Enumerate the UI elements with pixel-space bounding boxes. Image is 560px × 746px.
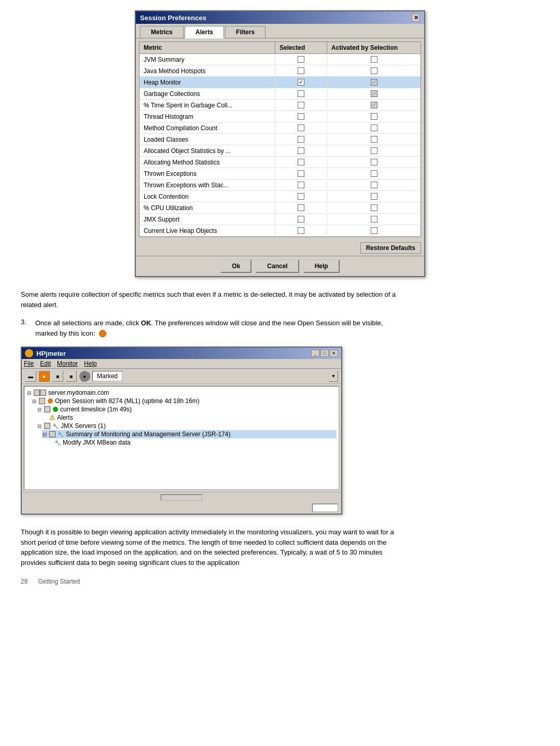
toolbar-btn-3[interactable]: ■ xyxy=(52,370,63,382)
selected-cell[interactable] xyxy=(275,89,327,98)
toolbar-btn-4[interactable]: ■ xyxy=(65,370,77,382)
table-row[interactable]: Method Compilation Count xyxy=(139,122,421,134)
selected-cell[interactable] xyxy=(275,78,327,87)
selected-cell[interactable] xyxy=(275,101,327,109)
table-row[interactable]: % Time Spent in Garbage Coll... xyxy=(139,100,421,111)
horizontal-scrollbar[interactable] xyxy=(161,494,202,501)
window-buttons: _ □ ✕ xyxy=(311,350,338,357)
table-row[interactable]: Thrown Exceptions with Stac... xyxy=(139,179,421,191)
hpj-title-text: HPjmeter xyxy=(36,350,66,357)
table-row[interactable]: Garbage Collections xyxy=(139,88,421,100)
selected-cell[interactable] xyxy=(275,215,327,224)
bottom-text: Though it is possible to begin viewing a… xyxy=(21,527,404,568)
selected-cell[interactable] xyxy=(275,226,327,235)
restore-defaults-button[interactable]: Restore Defaults xyxy=(360,242,421,254)
jmx-icon-wrench: 🔧 xyxy=(52,423,59,429)
dialog-titlebar: Session Preferences ✕ xyxy=(136,11,424,24)
tree-timeslice-node[interactable]: ⊟ current timeslice (1m 49s) xyxy=(37,405,337,413)
selected-cell[interactable] xyxy=(275,55,327,64)
activated-cell xyxy=(327,135,421,144)
table-row[interactable]: Lock Contention xyxy=(139,191,421,202)
menu-help[interactable]: Help xyxy=(84,360,97,367)
modify-label: Modify JMX MBean data xyxy=(63,439,131,446)
metric-cell: % Time Spent in Garbage Coll... xyxy=(139,101,275,110)
activated-cell xyxy=(327,169,421,178)
activated-cell xyxy=(327,55,421,64)
activated-cell xyxy=(327,226,421,235)
toolbar-marked-label: Marked xyxy=(92,371,122,381)
hpj-title-left: HPjmeter xyxy=(25,349,66,357)
toolbar-btn-5[interactable]: ● xyxy=(79,370,90,382)
page-footer: 28 Getting Started xyxy=(21,578,539,585)
header-metric: Metric xyxy=(139,42,275,53)
help-button[interactable]: Help xyxy=(303,259,340,273)
selected-cell[interactable] xyxy=(275,192,327,201)
tree-server-node[interactable]: ⊟ server.mydomain.com xyxy=(26,389,337,397)
table-row[interactable]: Thrown Exceptions xyxy=(139,168,421,179)
metric-cell: Loaded Classes xyxy=(139,135,275,144)
toolbar-dropdown[interactable]: ▼ xyxy=(329,370,338,382)
table-row[interactable]: Loaded Classes xyxy=(139,134,421,145)
selected-cell[interactable] xyxy=(275,66,327,75)
open-session-icon xyxy=(99,330,106,337)
metric-cell: Thrown Exceptions with Stac... xyxy=(139,181,275,190)
selected-cell[interactable] xyxy=(275,158,327,167)
server-label: server.mydomain.com xyxy=(48,389,109,396)
menu-file[interactable]: File xyxy=(24,360,34,367)
metric-cell: Thrown Exceptions xyxy=(139,169,275,178)
table-row[interactable]: Thread Histogram xyxy=(139,111,421,122)
table-row[interactable]: Allocated Object Statistics by ... xyxy=(139,145,421,157)
tree-alerts-node[interactable]: ⚠ Alerts xyxy=(42,413,337,422)
table-row[interactable]: JVM Summary xyxy=(139,54,421,65)
cancel-button[interactable]: Cancel xyxy=(256,259,299,273)
tree-open-session-node[interactable]: ⊟ Open Session with 8274 (ML1) (uptime 4… xyxy=(32,397,337,405)
tab-alerts[interactable]: Alerts xyxy=(185,26,224,38)
close-button[interactable]: ✕ xyxy=(412,13,420,22)
selected-cell[interactable] xyxy=(275,146,327,155)
toolbar-btn-1[interactable]: ▬ xyxy=(25,370,36,382)
table-row[interactable]: Current Live Heap Objects xyxy=(139,225,421,237)
ok-button[interactable]: Ok xyxy=(220,259,251,273)
table-row[interactable]: Allocating Method Statistics xyxy=(139,157,421,168)
selected-cell[interactable] xyxy=(275,112,327,121)
selected-cell[interactable] xyxy=(275,203,327,212)
maximize-button[interactable]: □ xyxy=(320,350,329,357)
table-row[interactable]: JMX Support xyxy=(139,214,421,225)
page-number: 28 xyxy=(21,578,27,585)
tab-metrics[interactable]: Metrics xyxy=(140,26,184,38)
activated-cell xyxy=(327,181,421,189)
table-row[interactable]: % CPU Utilization xyxy=(139,202,421,214)
table-header: Metric Selected Activated by Selection xyxy=(139,42,421,54)
table-row[interactable]: Java Method Hotspots xyxy=(139,65,421,77)
activated-cell xyxy=(327,89,421,98)
tree-modify-node[interactable]: 🔧 Modify JMX MBean data xyxy=(47,438,337,447)
session-icon-orange xyxy=(48,398,53,404)
summary-label: Summary of Monitoring and Management Ser… xyxy=(66,431,230,438)
selected-cell[interactable] xyxy=(275,181,327,189)
expand-icon-6: ⊟ xyxy=(42,432,47,437)
metrics-table: Metric Selected Activated by Selection J… xyxy=(139,42,421,237)
header-selected: Selected xyxy=(275,42,327,53)
toolbar-btn-2[interactable]: ● xyxy=(38,370,50,382)
table-row[interactable]: Heap Monitor xyxy=(139,77,421,88)
minimize-button[interactable]: _ xyxy=(311,350,319,357)
selected-cell[interactable] xyxy=(275,135,327,144)
close-window-button[interactable]: ✕ xyxy=(330,350,338,357)
selected-cell[interactable] xyxy=(275,169,327,178)
metric-cell: JVM Summary xyxy=(139,55,275,64)
menu-monitor[interactable]: Monitor xyxy=(57,360,78,367)
metric-cell: Garbage Collections xyxy=(139,89,275,99)
jmx-icon-box xyxy=(44,423,50,429)
menu-edit[interactable]: Edit xyxy=(40,360,51,367)
server-icon-box1 xyxy=(34,390,40,396)
metric-cell: % CPU Utilization xyxy=(139,203,275,213)
tree-jmx-servers-node[interactable]: ⊟ 🔧 JMX Servers (1) xyxy=(37,422,337,430)
alerts-label: Alerts xyxy=(57,414,73,421)
tab-filters[interactable]: Filters xyxy=(225,26,265,38)
modify-icon-wrench: 🔧 xyxy=(54,440,61,446)
list-text-3: Once all selections are made, click OK. … xyxy=(35,318,404,338)
tree-summary-node[interactable]: ⊟ 🔧 Summary of Monitoring and Management… xyxy=(42,430,337,438)
metric-cell: Heap Monitor xyxy=(139,78,275,87)
alert-icon: ⚠ xyxy=(49,414,55,421)
selected-cell[interactable] xyxy=(275,123,327,132)
